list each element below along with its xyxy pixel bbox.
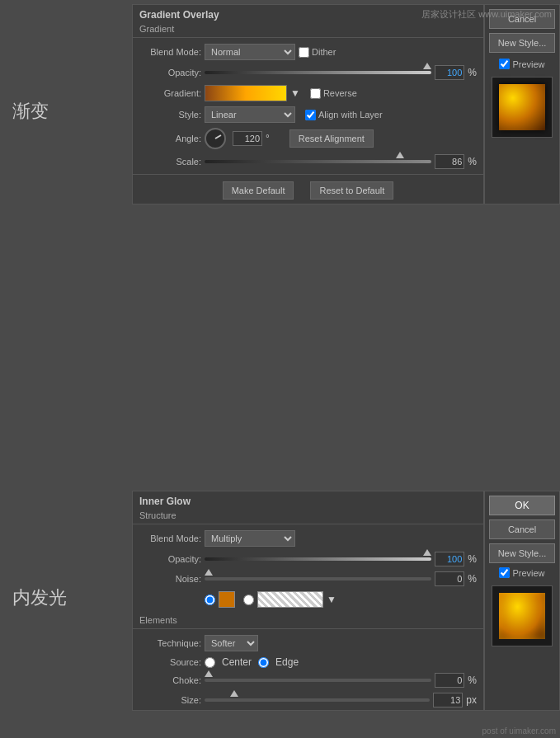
scale-input[interactable] — [435, 154, 464, 169]
scale-row: Scale: % — [133, 152, 483, 172]
section1-side-buttons: Cancel New Style... Preview — [484, 4, 560, 204]
dither-label[interactable]: Dither — [299, 47, 336, 58]
angle-dial[interactable] — [205, 128, 226, 149]
blend-mode-row: Blend Mode: NormalMultiply Dither — [133, 41, 483, 63]
angle-label: Angle: — [139, 134, 201, 143]
new-style-button-1[interactable]: New Style... — [489, 33, 555, 53]
inner-glow-section: 内发光 Inner Glow Structure Blend Mode: Mul… — [0, 243, 560, 478]
watermark: 居家设计社区 www.uimaker.com — [421, 8, 552, 21]
post-label: post of uimaker.com — [482, 726, 556, 736]
gradient-swatch[interactable] — [205, 85, 287, 101]
preview-box-1 — [492, 77, 553, 138]
opacity-percent: % — [468, 67, 477, 78]
scale-label: Scale: — [139, 157, 201, 167]
reverse-label[interactable]: Reverse — [310, 88, 357, 99]
reset-alignment-button[interactable]: Reset Alignment — [289, 129, 374, 148]
opacity-label: Opacity: — [139, 68, 201, 78]
reset-to-default-button[interactable]: Reset to Default — [310, 181, 393, 200]
default-buttons-row: Make Default Reset to Default — [133, 177, 483, 204]
opacity-row: Opacity: % — [133, 63, 483, 82]
gradient-label-field: Gradient: — [139, 88, 201, 98]
align-layer-checkbox[interactable] — [305, 110, 316, 120]
angle-input[interactable] — [233, 131, 262, 146]
dither-checkbox[interactable] — [299, 47, 309, 58]
angle-row: Angle: ° Reset Alignment — [133, 125, 483, 152]
align-layer-label[interactable]: Align with Layer — [305, 110, 383, 120]
preview-label-1[interactable]: Preview — [499, 59, 544, 69]
opacity-input[interactable] — [435, 65, 464, 80]
style-row: Style: LinearRadial Align with Layer — [133, 104, 483, 125]
style-select[interactable]: LinearRadial — [205, 106, 295, 123]
style-label: Style: — [139, 110, 201, 120]
gradient-subtitle: Gradient — [133, 22, 483, 38]
divider-1 — [0, 235, 560, 243]
reverse-checkbox[interactable] — [310, 88, 321, 99]
blend-mode-label: Blend Mode: — [139, 47, 201, 57]
make-default-button[interactable]: Make Default — [223, 181, 294, 200]
opacity-slider[interactable] — [205, 67, 431, 78]
divider-2 — [0, 478, 560, 487]
stroke-section: 外描边 Stroke Structure Size: px Position: … — [0, 487, 560, 738]
scale-percent: % — [468, 156, 477, 167]
preview-checkbox-1[interactable] — [499, 59, 510, 69]
gradient-overlay-section: 渐变 Gradient Overlay Gradient Blend Mode:… — [0, 0, 560, 235]
scale-slider[interactable] — [205, 156, 431, 167]
angle-degree: ° — [266, 133, 270, 144]
preview-image-1 — [499, 84, 545, 130]
gradient-label: 渐变 — [12, 99, 49, 124]
gradient-dropdown-arrow[interactable]: ▼ — [290, 87, 300, 99]
gradient-row: Gradient: ▼ Reverse — [133, 82, 483, 104]
blend-mode-select[interactable]: NormalMultiply — [205, 44, 295, 60]
